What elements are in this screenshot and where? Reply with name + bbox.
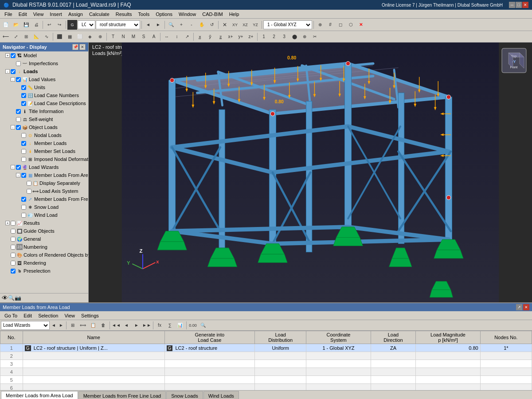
- tb2-15[interactable]: A: [149, 32, 159, 42]
- nav-pin-btn[interactable]: 📌: [72, 44, 78, 50]
- tb2-23[interactable]: y+: [236, 32, 246, 42]
- panel-menu-edit[interactable]: Edit: [21, 313, 35, 319]
- 3d-view[interactable]: LC2 - roof structure Loads [kN/m²]: [89, 43, 532, 302]
- tree-obj-loads[interactable]: - 📦 Object Loads: [0, 123, 88, 131]
- pt-3[interactable]: 📋: [88, 321, 98, 330]
- menu-edit[interactable]: Edit: [16, 11, 30, 17]
- tree-imposed[interactable]: ⊞ Imposed Nodal Deformations: [0, 155, 88, 163]
- axis-btn[interactable]: XY: [230, 20, 240, 30]
- table-row[interactable]: 3: [0, 360, 532, 368]
- cb-units[interactable]: [21, 85, 26, 90]
- cursor-btn[interactable]: ✕: [220, 20, 230, 30]
- panel-detach-btn[interactable]: ↗: [516, 304, 522, 310]
- tb3[interactable]: G: [67, 20, 77, 30]
- cb-model[interactable]: [11, 53, 16, 58]
- tree-units[interactable]: 📏 Units: [0, 83, 88, 91]
- tb2-5[interactable]: ∿: [42, 32, 51, 42]
- render-btn[interactable]: ◻: [336, 20, 345, 30]
- cb-rendering[interactable]: [11, 261, 16, 266]
- tb2-27[interactable]: 3: [279, 32, 289, 42]
- menu-help[interactable]: Help: [227, 11, 242, 17]
- toggle-loads[interactable]: -: [5, 69, 10, 74]
- pt-next[interactable]: ►: [58, 321, 65, 330]
- nav-next[interactable]: ►: [153, 20, 163, 30]
- toggle-model[interactable]: +: [5, 53, 10, 58]
- redo-btn[interactable]: ↪: [55, 20, 64, 30]
- pt-5[interactable]: ◄◄: [111, 321, 121, 330]
- cb-imperfections[interactable]: [16, 61, 21, 66]
- cb-lw[interactable]: [16, 165, 21, 170]
- cb-ds[interactable]: [27, 181, 31, 186]
- pt-12[interactable]: 0.00: [188, 321, 198, 330]
- tree-load-wizards[interactable]: - 🔮 Load Wizards: [0, 163, 88, 171]
- minimize-button[interactable]: ─: [509, 2, 515, 8]
- toggle-lw[interactable]: -: [11, 165, 15, 169]
- tree-general[interactable]: 🌍 General: [0, 235, 88, 243]
- pt-13[interactable]: 🔍: [198, 321, 208, 330]
- tree-imperfections[interactable]: 〰 Imperfections: [0, 59, 88, 67]
- table-row[interactable]: 6: [0, 384, 532, 391]
- cb-sw[interactable]: [16, 117, 21, 122]
- cb-general[interactable]: [11, 237, 16, 242]
- tree-load-values[interactable]: - 📊 Load Values: [0, 75, 88, 83]
- cb-wind[interactable]: [21, 213, 26, 218]
- cb-preselection[interactable]: [11, 269, 16, 274]
- cb-guide[interactable]: [11, 229, 16, 234]
- tab-wind[interactable]: Wind Loads: [203, 391, 239, 399]
- toggle-lv[interactable]: -: [11, 77, 15, 82]
- menu-insert[interactable]: Insert: [47, 11, 65, 17]
- tb2-3[interactable]: ⊞: [21, 32, 31, 42]
- cb-lcn[interactable]: [21, 93, 26, 98]
- tree-model[interactable]: + 🏗 Model: [0, 51, 88, 59]
- table-row[interactable]: 5: [0, 376, 532, 384]
- tab-snow[interactable]: Snow Loads: [166, 391, 203, 399]
- tree-nodal[interactable]: ⊙ Nodal Loads: [0, 131, 88, 139]
- tb2-6[interactable]: ⬛: [55, 32, 64, 42]
- pt-9[interactable]: fx: [155, 321, 164, 330]
- pt-2[interactable]: ⟺: [78, 321, 88, 330]
- save-btn[interactable]: 💾: [21, 20, 31, 30]
- cb-snow[interactable]: [21, 205, 26, 210]
- title-bar-controls[interactable]: ─ □ ✕: [509, 2, 528, 8]
- tb2-9[interactable]: ◈: [85, 32, 95, 42]
- load-case-combo[interactable]: LC2: [78, 20, 95, 29]
- menu-file[interactable]: File: [2, 11, 15, 17]
- nav-close-btn[interactable]: ✕: [79, 44, 86, 50]
- menu-options[interactable]: Options: [153, 11, 175, 17]
- maximize-button[interactable]: □: [516, 2, 522, 8]
- panel-menu-settings[interactable]: Settings: [78, 313, 102, 319]
- tb2-8[interactable]: ⬜: [75, 32, 85, 42]
- tb2-10[interactable]: ⊕: [95, 32, 105, 42]
- cb-axis[interactable]: [27, 189, 31, 194]
- cb-nodal[interactable]: [21, 133, 26, 138]
- table-row[interactable]: 1 G LC2 - roof structure | Uniform | Z..…: [0, 344, 532, 352]
- panel-close-btn[interactable]: ✕: [523, 304, 529, 310]
- zoom-in[interactable]: +: [176, 20, 186, 30]
- tree-loads[interactable]: - ↓ Loads: [0, 67, 88, 75]
- tab-free-line[interactable]: Member Loads from Free Line Load: [78, 391, 166, 399]
- panel-menu-goto[interactable]: Go To: [2, 313, 20, 319]
- tb2-13[interactable]: M: [129, 32, 138, 42]
- tb2-21[interactable]: z̲: [215, 32, 225, 42]
- grid-btn[interactable]: #: [325, 20, 335, 30]
- tb2-28[interactable]: ⬤: [289, 32, 299, 42]
- tb2-7[interactable]: ▦: [65, 32, 74, 42]
- view-cube[interactable]: Top -Y Front: [500, 46, 528, 75]
- cb-lcd[interactable]: [21, 101, 26, 106]
- cb-fl[interactable]: [21, 197, 26, 202]
- pan-btn[interactable]: ✋: [197, 20, 207, 30]
- tab-area-load[interactable]: Member Loads from Area Load: [1, 391, 78, 399]
- tree-axis[interactable]: ⟺ Load Axis System: [0, 187, 88, 195]
- nav-cam-btn[interactable]: 📷: [15, 295, 21, 301]
- tb2-19[interactable]: x̲: [195, 32, 205, 42]
- tb2-24[interactable]: z+: [246, 32, 256, 42]
- pt-8[interactable]: ►►: [142, 321, 152, 330]
- tree-lc-numbers[interactable]: 🔢 Load Case Numbers: [0, 91, 88, 99]
- panel-menu-selection[interactable]: Selection: [35, 313, 61, 319]
- cb-loads[interactable]: [11, 69, 16, 74]
- toggle-results[interactable]: +: [5, 221, 10, 225]
- pt-6[interactable]: ◄: [121, 321, 131, 330]
- open-btn[interactable]: 📂: [11, 20, 21, 30]
- cb-title[interactable]: [16, 109, 21, 114]
- tb2-29[interactable]: ⊕: [300, 32, 309, 42]
